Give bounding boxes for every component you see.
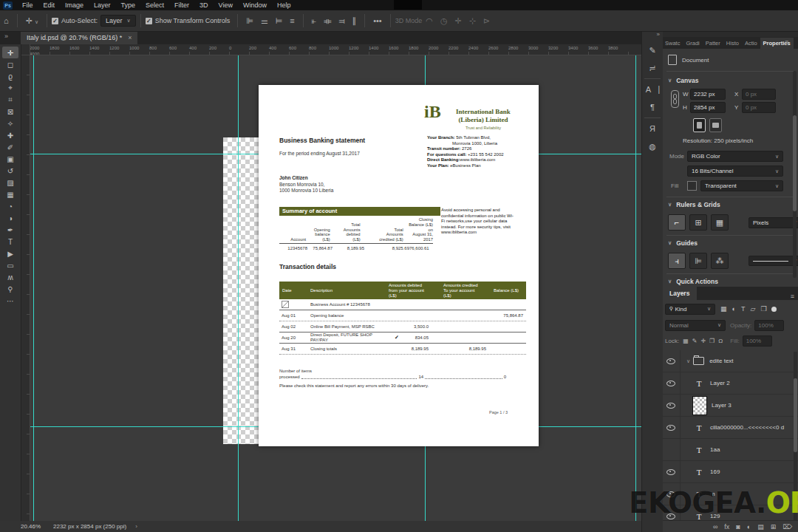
lock-icon[interactable]: ✛ bbox=[700, 338, 706, 344]
auto-select-checkbox[interactable]: ✓ bbox=[52, 18, 58, 24]
tool-button[interactable]: ✛ bbox=[2, 47, 18, 58]
close-tab-icon[interactable]: × bbox=[128, 34, 132, 41]
tool-button[interactable]: ⚲ bbox=[2, 283, 18, 295]
ruler-units-dropdown[interactable]: Pixels∨ bbox=[748, 217, 798, 228]
blend-mode-dropdown[interactable]: Normal∨ bbox=[665, 320, 726, 331]
layer-filter-icon[interactable]: ▦ bbox=[720, 305, 727, 313]
panel-tab[interactable]: Patter bbox=[703, 38, 723, 49]
layers-bottom-icon[interactable]: ◙ bbox=[736, 523, 740, 531]
opacity-field[interactable]: 100% bbox=[754, 320, 784, 331]
tool-button[interactable]: ✒ bbox=[2, 224, 18, 236]
quick-actions-section-header[interactable]: ∨Quick Actions bbox=[668, 278, 718, 285]
guide-vertical[interactable] bbox=[635, 55, 636, 521]
ruler-grid-toggle[interactable]: ⌐ bbox=[668, 214, 686, 231]
lock-icon[interactable]: ✎ bbox=[692, 338, 698, 344]
tab-overflow-icon[interactable]: » bbox=[4, 33, 8, 40]
visibility-toggle[interactable] bbox=[662, 350, 681, 372]
menu-item[interactable]: Select bbox=[140, 1, 169, 9]
tool-button[interactable]: ⊠ bbox=[2, 106, 18, 117]
guide-vertical[interactable] bbox=[238, 55, 239, 521]
panel-icon[interactable]: Я bbox=[644, 120, 661, 137]
more-options-icon[interactable]: ••• bbox=[369, 16, 386, 25]
visibility-toggle[interactable] bbox=[662, 395, 681, 416]
visibility-toggle[interactable] bbox=[662, 439, 681, 460]
layer-row[interactable]: ∨ T 169 bbox=[662, 461, 798, 483]
canvas-y-field[interactable]: 0 px bbox=[742, 102, 776, 113]
guide-vertical[interactable] bbox=[33, 55, 34, 521]
canvas-section-header[interactable]: ∨Canvas bbox=[668, 77, 698, 84]
panel-icon[interactable]: A⎹ bbox=[644, 81, 661, 98]
layer-filter-icon[interactable]: ◐ bbox=[732, 305, 736, 313]
status-arrow-icon[interactable]: › bbox=[135, 523, 137, 530]
layers-bottom-icon[interactable]: ∞ bbox=[713, 523, 717, 531]
panel-icon[interactable]: ≓ bbox=[644, 60, 661, 76]
align-icon[interactable]: ⊨ bbox=[272, 16, 287, 25]
layer-row[interactable]: ∨ T Layer 3 bbox=[662, 395, 798, 417]
layers-bottom-icon[interactable]: ◐ bbox=[747, 523, 751, 531]
tool-button[interactable]: ϱ bbox=[2, 70, 18, 82]
menu-item[interactable]: File bbox=[17, 1, 38, 9]
layer-row[interactable]: ∨ T 1aa bbox=[662, 439, 798, 461]
panel-icon[interactable]: ◍ bbox=[644, 138, 661, 154]
guide-toggle[interactable]: ⊫ bbox=[689, 253, 707, 269]
move-tool-icon[interactable]: ✛ ∨ bbox=[22, 16, 42, 26]
canvas-viewport[interactable]: iB International Bank (Liberia) Limited … bbox=[30, 55, 641, 521]
color-mode-dropdown[interactable]: RGB Color∨ bbox=[687, 151, 783, 162]
panel-icon[interactable]: ¶ bbox=[644, 99, 661, 115]
layers-bottom-icon[interactable]: fx bbox=[724, 523, 729, 531]
tool-button[interactable]: ▣ bbox=[2, 153, 18, 165]
tool-button[interactable]: ⋯ bbox=[2, 295, 18, 307]
layer-row[interactable]: ∨ T edite text bbox=[662, 350, 798, 372]
ruler-grid-toggle[interactable]: ▦ bbox=[711, 214, 729, 231]
layers-menu-icon[interactable]: ≡ bbox=[791, 293, 798, 300]
layer-row[interactable]: ∨ T cilla0000000...<<<<<<<<0 d bbox=[662, 417, 798, 439]
tool-button[interactable]: ʍ bbox=[2, 271, 18, 283]
distribute-icon[interactable]: ⟚ bbox=[320, 16, 335, 25]
align-icon[interactable]: ⊫ bbox=[242, 16, 257, 25]
tool-button[interactable]: ↺ bbox=[2, 165, 18, 177]
canvas-x-field[interactable]: 0 px bbox=[742, 89, 776, 100]
visibility-toggle[interactable] bbox=[662, 417, 681, 438]
menu-item[interactable]: Layer bbox=[89, 1, 116, 9]
guide-toggle[interactable]: ⫞ bbox=[668, 253, 686, 269]
landscape-orientation-button[interactable] bbox=[709, 118, 722, 132]
properties-scrollbar[interactable] bbox=[793, 71, 797, 278]
panel-tab[interactable]: Swatc bbox=[662, 38, 683, 49]
vertical-ruler[interactable] bbox=[21, 55, 30, 521]
layer-filter-icon[interactable]: ❒ bbox=[760, 305, 766, 313]
fill-dropdown[interactable]: Transparent∨ bbox=[700, 180, 783, 191]
visibility-toggle[interactable] bbox=[662, 372, 681, 394]
filter-toggle-icon[interactable] bbox=[771, 307, 777, 312]
rulers-grids-section-header[interactable]: ∨Rulers & Grids bbox=[668, 201, 720, 208]
layer-filter-icon[interactable]: T bbox=[741, 305, 746, 313]
menu-item[interactable]: View bbox=[214, 1, 238, 9]
canvas-width-field[interactable]: 2232 px bbox=[690, 89, 726, 100]
align-icon[interactable]: ≡ bbox=[286, 16, 298, 25]
link-dimensions-icon[interactable] bbox=[671, 90, 679, 108]
tool-button[interactable]: ▶ bbox=[2, 248, 18, 259]
panel-icon[interactable]: ✎ bbox=[644, 42, 661, 58]
menu-item[interactable]: Image bbox=[60, 1, 89, 9]
layers-bottom-icon[interactable]: ⌦ bbox=[782, 523, 792, 531]
guide-toggle[interactable]: ⁂ bbox=[711, 253, 729, 269]
show-transform-checkbox[interactable]: ✓ bbox=[146, 18, 152, 24]
ruler-grid-toggle[interactable]: ⊞ bbox=[689, 214, 707, 231]
tool-button[interactable]: ◔ bbox=[2, 200, 18, 212]
menu-item[interactable]: Edit bbox=[38, 1, 61, 9]
tool-button[interactable]: T bbox=[2, 236, 18, 248]
distribute-icon[interactable]: ⫤ bbox=[335, 16, 348, 25]
zoom-level-field[interactable]: 20.46% bbox=[21, 523, 50, 530]
layers-bottom-icon[interactable]: ⊞ bbox=[771, 523, 777, 531]
canvas-height-field[interactable]: 2854 px bbox=[690, 102, 726, 113]
panel-menu-icon[interactable]: ≡ bbox=[785, 38, 792, 46]
menu-item[interactable]: Help bbox=[272, 1, 296, 9]
guide-style-dropdown[interactable]: ∨ bbox=[748, 256, 798, 266]
layer-filter-icon[interactable]: ▱ bbox=[750, 305, 755, 313]
tool-button[interactable]: ◑ bbox=[2, 212, 18, 224]
tool-button[interactable]: ⌗ bbox=[2, 94, 18, 106]
lock-icon[interactable]: ❐ bbox=[709, 338, 715, 344]
portrait-orientation-button[interactable] bbox=[693, 118, 706, 132]
panel-tab[interactable]: Histo bbox=[723, 38, 742, 49]
menu-item[interactable]: Filter bbox=[169, 1, 194, 9]
home-icon[interactable]: ⌂ bbox=[0, 16, 13, 25]
